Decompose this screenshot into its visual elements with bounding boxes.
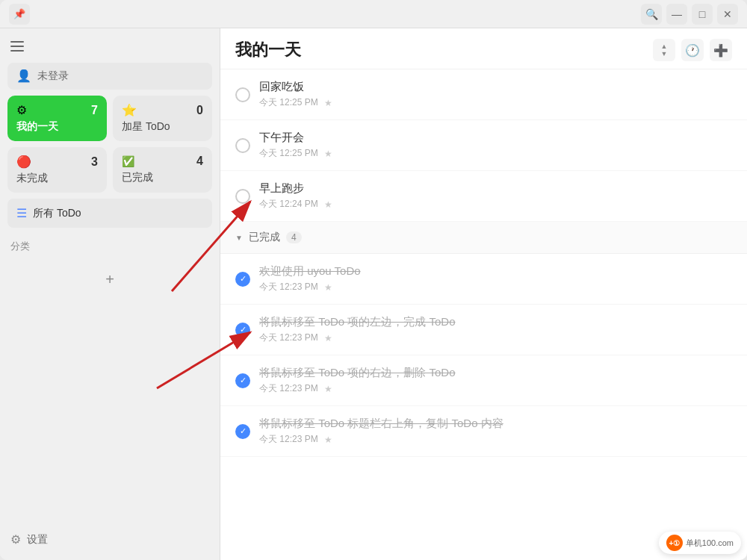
scroll-arrows: ▲ ▼: [661, 43, 668, 57]
watermark-text: 单机100.com: [686, 538, 734, 549]
card-completed[interactable]: ✅ 4 已完成: [113, 147, 212, 193]
completed-star-4[interactable]: ★: [324, 435, 332, 445]
scroll-up-arrow: ▲: [661, 43, 668, 50]
completed-title-2: 将鼠标移至 ToDo 项的左边，完成 ToDo: [259, 315, 732, 329]
todo-circle-1[interactable]: [235, 87, 250, 102]
completed-meta-1: 今天 12:23 PM ★: [259, 281, 732, 293]
todo-item-2: 下午开会 今天 12:25 PM ★: [220, 120, 747, 171]
completed-item-3: ✓ 将鼠标移至 ToDo 项的右边，删除 ToDo 今天 12:23 PM ★: [220, 355, 747, 406]
watermark-icon: +①: [666, 535, 683, 551]
content-header: 我的一天 ▲ ▼ 🕐 ➕: [220, 28, 747, 69]
page-title: 我的一天: [235, 39, 301, 61]
completed-meta-2: 今天 12:23 PM ★: [259, 332, 732, 344]
all-todos-item[interactable]: ☰ 所有 ToDo: [7, 199, 212, 228]
card-top-incomplete: 🔴 3: [16, 155, 98, 169]
todo-title-2: 下午开会: [259, 131, 732, 145]
pin-button[interactable]: 📌: [9, 4, 30, 25]
todo-content-2: 下午开会 今天 12:25 PM ★: [259, 131, 732, 160]
all-todos-icon: ☰: [16, 206, 27, 220]
completed-content-1: 欢迎使用 uyou ToDo 今天 12:23 PM ★: [259, 264, 732, 293]
watermark: +① 单机100.com: [659, 532, 741, 554]
completed-time-4: 今天 12:23 PM: [259, 433, 318, 446]
todo-meta-1: 今天 12:25 PM ★: [259, 96, 732, 109]
cards-grid: ⚙ 7 我的一天 ⭐ 0 加星 ToDo 🔴: [7, 96, 212, 193]
card-incomplete[interactable]: 🔴 3 未完成: [7, 147, 107, 193]
todo-circle-3[interactable]: [235, 189, 250, 204]
card-top-my-day: ⚙ 7: [16, 103, 98, 117]
category-title: 分类: [7, 237, 212, 256]
completed-content-3: 将鼠标移至 ToDo 项的右边，删除 ToDo 今天 12:23 PM ★: [259, 366, 732, 395]
todo-content-3: 早上跑步 今天 12:24 PM ★: [259, 181, 732, 211]
title-bar-right: 🔍 — □ ✕: [641, 4, 738, 25]
completed-title-1: 欢迎使用 uyou ToDo: [259, 264, 732, 279]
user-area[interactable]: 👤 未登录: [7, 63, 212, 90]
completed-circle-3[interactable]: ✓: [235, 373, 250, 388]
menu-line-3: [10, 50, 24, 52]
todo-star-3[interactable]: ★: [324, 199, 332, 210]
content-area: 我的一天 ▲ ▼ 🕐 ➕: [220, 28, 747, 560]
user-icon: 👤: [16, 69, 31, 84]
completed-time-3: 今天 12:23 PM: [259, 382, 318, 395]
starred-count: 0: [196, 104, 203, 117]
completed-content-2: 将鼠标移至 ToDo 项的左边，完成 ToDo 今天 12:23 PM ★: [259, 315, 732, 344]
todo-time-3: 今天 12:24 PM: [259, 198, 318, 211]
todo-star-2[interactable]: ★: [324, 149, 332, 159]
my-day-label: 我的一天: [16, 120, 98, 134]
all-todos-label: 所有 ToDo: [33, 207, 81, 220]
todo-list: 回家吃饭 今天 12:25 PM ★ 下午开会 今天 12:25 PM: [220, 69, 747, 560]
completed-circle-2[interactable]: ✓: [235, 323, 250, 337]
search-button[interactable]: 🔍: [641, 4, 662, 25]
title-bar-left: 📌: [9, 4, 30, 25]
add-todo-button[interactable]: ➕: [710, 39, 732, 61]
completed-content-4: 将鼠标移至 ToDo 标题栏右上角，复制 ToDo 内容 今天 12:23 PM…: [259, 417, 732, 446]
completed-card-icon: ✅: [122, 155, 134, 167]
card-top-starred: ⭐ 0: [122, 103, 203, 117]
app-window: 📌 🔍 — □ ✕ 👤 未登录: [0, 0, 747, 560]
completed-item-4: ✓ 将鼠标移至 ToDo 标题栏右上角，复制 ToDo 内容 今天 12:23 …: [220, 406, 747, 457]
completed-card-count: 4: [196, 155, 203, 168]
completed-time-1: 今天 12:23 PM: [259, 281, 318, 293]
completed-meta-4: 今天 12:23 PM ★: [259, 433, 732, 446]
settings-item[interactable]: ⚙ 设置: [7, 526, 212, 553]
clock-button[interactable]: 🕐: [681, 39, 704, 61]
todo-title-3: 早上跑步: [259, 181, 732, 196]
card-top-completed: ✅ 4: [122, 155, 203, 168]
completed-star-1[interactable]: ★: [324, 282, 332, 293]
add-button[interactable]: +: [7, 265, 212, 294]
todo-content-1: 回家吃饭 今天 12:25 PM ★: [259, 80, 732, 109]
category-section: 分类: [7, 234, 212, 259]
close-button[interactable]: ✕: [717, 4, 738, 25]
completed-circle-1[interactable]: ✓: [235, 272, 250, 287]
incomplete-label: 未完成: [16, 172, 98, 185]
todo-meta-3: 今天 12:24 PM ★: [259, 198, 732, 211]
menu-button[interactable]: [7, 36, 28, 57]
completed-star-3[interactable]: ★: [324, 384, 332, 394]
starred-icon: ⭐: [122, 103, 137, 117]
completed-item-2: ✓ 将鼠标移至 ToDo 项的左边，完成 ToDo 今天 12:23 PM ★: [220, 305, 747, 355]
menu-line-2: [10, 46, 24, 47]
completed-item-1: ✓ 欢迎使用 uyou ToDo 今天 12:23 PM ★: [220, 254, 747, 305]
main-layout: 👤 未登录 ⚙ 7 我的一天 ⭐ 0: [0, 28, 747, 560]
completed-circle-4[interactable]: ✓: [235, 424, 250, 439]
completed-section-label: 已完成: [249, 231, 280, 244]
completed-section-arrow: ▼: [235, 234, 243, 242]
completed-title-3: 将鼠标移至 ToDo 项的右边，删除 ToDo: [259, 366, 732, 380]
todo-circle-2[interactable]: [235, 138, 250, 153]
my-day-icon: ⚙: [16, 103, 27, 117]
completed-card-label: 已完成: [122, 171, 203, 184]
minimize-button[interactable]: —: [666, 4, 687, 25]
maximize-button[interactable]: □: [692, 4, 713, 25]
todo-time-1: 今天 12:25 PM: [259, 96, 318, 109]
todo-star-1[interactable]: ★: [324, 98, 332, 108]
user-label: 未登录: [37, 69, 69, 83]
todo-title-1: 回家吃饭: [259, 80, 732, 94]
scroll-arrows-button[interactable]: ▲ ▼: [653, 39, 675, 61]
todo-item-3: 早上跑步 今天 12:24 PM ★: [220, 171, 747, 222]
settings-label: 设置: [27, 533, 48, 547]
incomplete-icon: 🔴: [16, 155, 31, 169]
completed-section-header[interactable]: ▼ 已完成 4: [220, 222, 747, 254]
title-bar: 📌 🔍 — □ ✕: [0, 0, 747, 28]
completed-star-2[interactable]: ★: [324, 333, 332, 343]
card-my-day[interactable]: ⚙ 7 我的一天: [7, 96, 107, 141]
card-starred[interactable]: ⭐ 0 加星 ToDo: [113, 96, 212, 141]
